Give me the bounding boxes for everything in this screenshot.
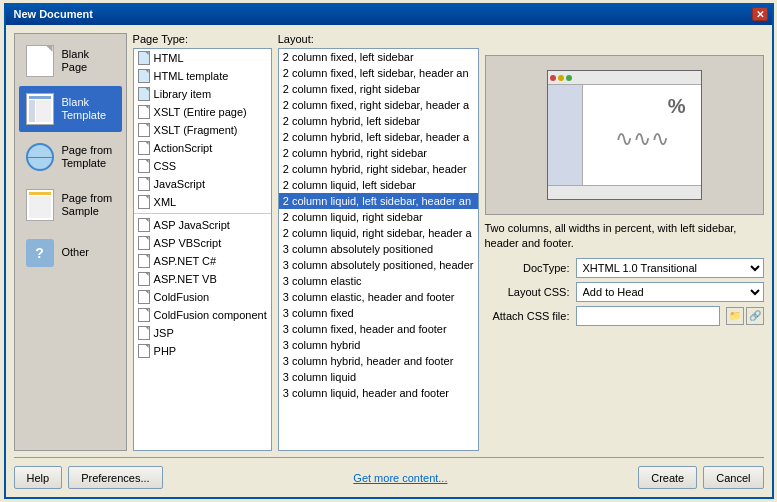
blank-page-label: Blank Page [62, 48, 117, 74]
left-item-page-from-sample[interactable]: Page from Sample [19, 182, 122, 228]
list-item[interactable]: ColdFusion [134, 288, 271, 306]
list-divider [134, 213, 271, 214]
list-item[interactable]: ColdFusion component [134, 306, 271, 324]
create-button[interactable]: Create [638, 466, 697, 489]
layout-item[interactable]: 2 column hybrid, right sidebar, header [279, 161, 478, 177]
list-item[interactable]: XSLT (Fragment) [134, 121, 271, 139]
preview-toolbar [548, 71, 701, 85]
page-type-list[interactable]: HTML HTML template Library item XSLT (En… [133, 48, 272, 451]
layout-css-label: Layout CSS: [485, 286, 570, 298]
preview-dot-red [550, 75, 556, 81]
dialog-title: New Document [14, 8, 93, 20]
attach-css-browse-icon[interactable]: 📁 [726, 307, 744, 325]
asp-vb-icon [138, 236, 150, 250]
left-item-blank-template[interactable]: Blank Template [19, 86, 122, 132]
preview-dot-yellow [558, 75, 564, 81]
other-icon: ? [24, 237, 56, 269]
layout-item[interactable]: 2 column liquid, left sidebar [279, 177, 478, 193]
list-item[interactable]: ASP JavaScript [134, 216, 271, 234]
preview-box: % ∿∿∿ [485, 55, 764, 215]
xml-icon [138, 195, 150, 209]
cf-icon [138, 290, 150, 304]
list-item[interactable]: ASP VBScript [134, 234, 271, 252]
layout-item[interactable]: 2 column hybrid, right sidebar [279, 145, 478, 161]
cf-component-icon [138, 308, 150, 322]
preview-squiggle: ∿∿∿ [615, 126, 669, 152]
layout-item[interactable]: 3 column elastic, header and footer [279, 289, 478, 305]
help-button[interactable]: Help [14, 466, 63, 489]
options-area: DocType: XHTML 1.0 Transitional Layout C… [485, 258, 764, 326]
attach-css-input[interactable] [576, 306, 720, 326]
list-item[interactable]: XSLT (Entire page) [134, 103, 271, 121]
list-item[interactable]: ASP.NET VB [134, 270, 271, 288]
preview-inner: % ∿∿∿ [547, 70, 702, 200]
layout-label: Layout: [278, 33, 479, 45]
xslt-icon [138, 105, 150, 119]
layout-item-selected[interactable]: 2 column liquid, left sidebar, header an [279, 193, 478, 209]
left-item-blank-page[interactable]: Blank Page [19, 38, 122, 84]
html-icon [138, 51, 150, 65]
page-from-sample-icon [24, 189, 56, 221]
preview-percent: % [668, 95, 686, 118]
layout-item[interactable]: 3 column absolutely positioned [279, 241, 478, 257]
actionscript-icon [138, 141, 150, 155]
layout-item[interactable]: 2 column hybrid, left sidebar, header a [279, 129, 478, 145]
doctype-select[interactable]: XHTML 1.0 Transitional [576, 258, 764, 278]
list-item[interactable]: CSS [134, 157, 271, 175]
left-item-other[interactable]: ? Other [19, 230, 122, 276]
cancel-button[interactable]: Cancel [703, 466, 763, 489]
preview-footer [548, 185, 701, 199]
blank-template-label: Blank Template [62, 96, 117, 122]
layout-item[interactable]: 3 column liquid [279, 369, 478, 385]
list-item[interactable]: PHP [134, 342, 271, 360]
css-icon [138, 159, 150, 173]
attach-css-attach-icon[interactable]: 🔗 [746, 307, 764, 325]
blank-page-icon [24, 45, 56, 77]
library-icon [138, 87, 150, 101]
layout-list[interactable]: 2 column fixed, left sidebar 2 column fi… [278, 48, 479, 451]
layout-item[interactable]: 3 column fixed [279, 305, 478, 321]
list-item[interactable]: ActionScript [134, 139, 271, 157]
php-icon [138, 344, 150, 358]
jsp-icon [138, 326, 150, 340]
layout-item[interactable]: 3 column elastic [279, 273, 478, 289]
layout-item[interactable]: 3 column liquid, header and footer [279, 385, 478, 401]
list-item[interactable]: JSP [134, 324, 271, 342]
preferences-button[interactable]: Preferences... [68, 466, 162, 489]
js-icon [138, 177, 150, 191]
attach-css-label: Attach CSS file: [485, 310, 570, 322]
layout-item[interactable]: 2 column fixed, right sidebar, header a [279, 97, 478, 113]
layout-item[interactable]: 2 column liquid, right sidebar [279, 209, 478, 225]
xslt-frag-icon [138, 123, 150, 137]
list-item[interactable]: ASP.NET C# [134, 252, 271, 270]
page-type-label: Page Type: [133, 33, 272, 45]
layout-item[interactable]: 3 column hybrid, header and footer [279, 353, 478, 369]
layout-item[interactable]: 2 column fixed, left sidebar, header an [279, 65, 478, 81]
list-item[interactable]: HTML template [134, 67, 271, 85]
bottom-right: Create Cancel [638, 466, 763, 489]
layout-item[interactable]: 3 column hybrid [279, 337, 478, 353]
layout-item[interactable]: 3 column absolutely positioned, header [279, 257, 478, 273]
get-more-content-link[interactable]: Get more content... [353, 472, 447, 484]
layout-item[interactable]: 2 column hybrid, left sidebar [279, 113, 478, 129]
layout-item[interactable]: 2 column fixed, right sidebar [279, 81, 478, 97]
blank-template-icon [24, 93, 56, 125]
aspnet-cs-icon [138, 254, 150, 268]
close-button[interactable]: ✕ [752, 7, 768, 21]
list-item[interactable]: Library item [134, 85, 271, 103]
layout-item[interactable]: 3 column fixed, header and footer [279, 321, 478, 337]
page-from-template-icon [24, 141, 56, 173]
preview-sidebar [548, 85, 583, 185]
layout-item[interactable]: 2 column fixed, left sidebar [279, 49, 478, 65]
page-from-template-label: Page from Template [62, 144, 117, 170]
layout-item[interactable]: 2 column liquid, right sidebar, header a [279, 225, 478, 241]
left-item-page-from-template[interactable]: Page from Template [19, 134, 122, 180]
main-area: Blank Page Blank Template [14, 33, 764, 451]
layout-css-select[interactable]: Add to Head [576, 282, 764, 302]
bottom-center: Get more content... [163, 472, 639, 484]
preview-main: % ∿∿∿ [583, 85, 701, 185]
list-item[interactable]: JavaScript [134, 175, 271, 193]
list-item[interactable]: XML [134, 193, 271, 211]
list-item[interactable]: HTML [134, 49, 271, 67]
layout-panel: Layout: 2 column fixed, left sidebar 2 c… [278, 33, 479, 451]
